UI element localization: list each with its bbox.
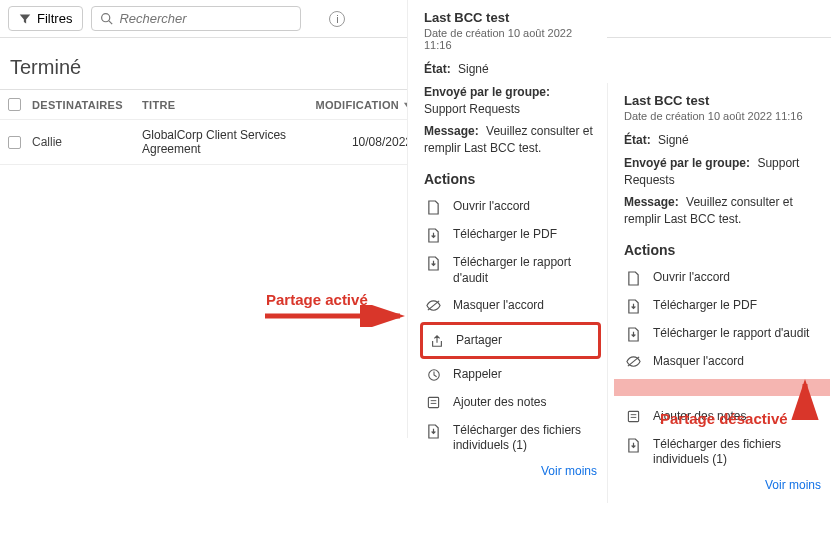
action-open[interactable]: Ouvrir l'accord (624, 264, 821, 292)
panel-group: Envoyé par le groupe Support Requests (624, 155, 821, 189)
share-missing-highlight (614, 379, 830, 396)
action-download-pdf-label: Télécharger le PDF (653, 298, 819, 314)
eye-off-icon (626, 355, 641, 368)
svg-point-0 (102, 14, 110, 22)
message-label: Message (624, 195, 679, 209)
created-label: Date de création (624, 110, 705, 122)
action-hide[interactable]: Masquer l'accord (624, 348, 821, 376)
action-download-audit[interactable]: Télécharger le rapport d'audit (424, 249, 597, 292)
action-hide-label: Masquer l'accord (453, 298, 595, 314)
col-modified[interactable]: MODIFICATION (312, 99, 412, 111)
action-notes[interactable]: Ajouter des notes (424, 389, 597, 417)
created-label: Date de création (424, 27, 505, 39)
notes-icon (626, 410, 641, 423)
action-share-label: Partager (456, 333, 592, 349)
cell-title: GlobalCorp Client Services Agreement (142, 128, 312, 156)
panel-message: Message Veuillez consulter et remplir La… (424, 123, 597, 157)
details-panel-enabled: Last BCC test Date de création 10 août 2… (407, 0, 607, 438)
svg-line-1 (109, 21, 112, 24)
annotation-enabled: Partage activé (266, 291, 368, 308)
share-icon (429, 334, 444, 348)
download-audit-icon (626, 327, 641, 342)
col-modified-label: MODIFICATION (316, 99, 399, 111)
table-header-row: DESTINATAIRES TITRE MODIFICATION (0, 90, 407, 120)
clock-icon (426, 368, 441, 382)
notes-icon (426, 396, 441, 409)
action-share-highlighted[interactable]: Partager (420, 322, 601, 360)
info-icon[interactable]: i (329, 11, 345, 27)
select-all-checkbox[interactable] (8, 98, 21, 111)
action-download-files[interactable]: Télécharger des fichiers individuels (1) (424, 417, 597, 460)
action-download-pdf[interactable]: Télécharger le PDF (624, 292, 821, 320)
panel-group: Envoyé par le groupe Support Requests (424, 84, 597, 118)
agreements-table: DESTINATAIRES TITRE MODIFICATION Callie … (0, 89, 407, 165)
svg-rect-9 (628, 412, 638, 422)
table-row[interactable]: Callie GlobalCorp Client Services Agreem… (0, 120, 407, 165)
message-label: Message (424, 124, 479, 138)
filters-label: Filtres (37, 11, 72, 26)
filters-button[interactable]: Filtres (8, 6, 83, 31)
panel-status: État Signé (624, 132, 821, 149)
funnel-icon (19, 13, 31, 25)
cell-recipient: Callie (32, 135, 142, 149)
cell-date: 10/08/2022 (312, 135, 412, 149)
col-title[interactable]: TITRE (142, 99, 312, 111)
search-field-wrap[interactable] (91, 6, 301, 31)
action-open-label: Ouvrir l'accord (653, 270, 819, 286)
action-notes-label: Ajouter des notes (453, 395, 595, 411)
action-notes[interactable]: Ajouter des notes (624, 403, 821, 431)
group-label: Envoyé par le groupe (424, 85, 550, 99)
panel-created: Date de création 10 août 2022 11:16 (424, 27, 597, 51)
action-download-files-label: Télécharger des fichiers individuels (1) (653, 437, 819, 468)
action-hide-label: Masquer l'accord (653, 354, 819, 370)
see-less-link[interactable]: Voir moins (624, 474, 821, 492)
search-input[interactable] (119, 11, 292, 26)
document-icon (426, 200, 441, 215)
eye-off-icon (426, 299, 441, 312)
group-label: Envoyé par le groupe (624, 156, 750, 170)
action-download-files-label: Télécharger des fichiers individuels (1) (453, 423, 595, 454)
download-pdf-icon (426, 228, 441, 243)
panel-message: Message Veuillez consulter et remplir La… (624, 194, 821, 228)
download-files-icon (626, 438, 641, 453)
arrow-enabled-icon (260, 305, 410, 327)
action-open-label: Ouvrir l'accord (453, 199, 595, 215)
svg-rect-4 (428, 397, 438, 407)
panel-title: Last BCC test (624, 93, 821, 108)
status-value: Signé (458, 62, 489, 76)
panel-created: Date de création 10 août 2022 11:16 (624, 110, 821, 122)
action-hide[interactable]: Masquer l'accord (424, 292, 597, 320)
panel-title: Last BCC test (424, 10, 597, 25)
download-audit-icon (426, 256, 441, 271)
actions-heading: Actions (424, 171, 597, 187)
status-value: Signé (658, 133, 689, 147)
action-download-audit-label: Télécharger le rapport d'audit (453, 255, 595, 286)
row-checkbox[interactable] (8, 136, 21, 149)
created-value: 10 août 2022 11:16 (708, 110, 803, 122)
document-icon (626, 271, 641, 286)
search-icon (100, 12, 113, 25)
status-label: État (624, 133, 651, 147)
col-recipients[interactable]: DESTINATAIRES (32, 99, 142, 111)
action-remind[interactable]: Rappeler (424, 361, 597, 389)
action-download-pdf-label: Télécharger le PDF (453, 227, 595, 243)
action-download-pdf[interactable]: Télécharger le PDF (424, 221, 597, 249)
action-download-audit[interactable]: Télécharger le rapport d'audit (624, 320, 821, 348)
status-label: État (424, 62, 451, 76)
group-value: Support Requests (424, 102, 520, 116)
action-download-files[interactable]: Télécharger des fichiers individuels (1) (624, 431, 821, 474)
details-panel-disabled: Last BCC test Date de création 10 août 2… (607, 83, 831, 503)
see-less-link[interactable]: Voir moins (424, 460, 597, 478)
panel-status: État Signé (424, 61, 597, 78)
action-notes-label: Ajouter des notes (653, 409, 819, 425)
actions-heading: Actions (624, 242, 821, 258)
action-remind-label: Rappeler (453, 367, 595, 383)
action-download-audit-label: Télécharger le rapport d'audit (653, 326, 819, 342)
download-pdf-icon (626, 299, 641, 314)
download-files-icon (426, 424, 441, 439)
action-open[interactable]: Ouvrir l'accord (424, 193, 597, 221)
